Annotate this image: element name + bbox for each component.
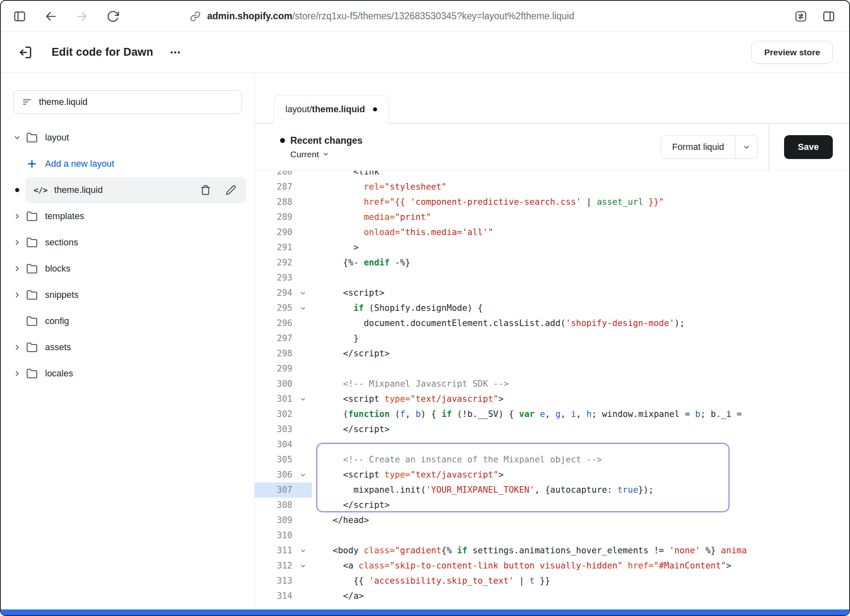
line-number: 291 <box>255 240 294 255</box>
format-liquid-button[interactable]: Format liquid <box>661 135 758 159</box>
code-line-286[interactable]: 286 <link <box>255 170 849 179</box>
format-liquid-label: Format liquid <box>661 142 735 152</box>
fold-chevron-icon[interactable] <box>294 467 312 482</box>
browser-window: admin.shopify.com/store/rzq1xu-f5/themes… <box>0 0 850 616</box>
chevron-right-icon[interactable] <box>9 238 25 247</box>
fold-chevron-icon[interactable] <box>294 301 312 316</box>
file-search-input[interactable] <box>39 97 233 107</box>
line-number: 296 <box>255 316 294 331</box>
line-number: 314 <box>255 589 294 604</box>
code-line-291[interactable]: 291 > <box>255 240 849 255</box>
chevron-right-icon[interactable] <box>9 343 25 351</box>
code-line-304[interactable]: 304 <box>255 437 849 452</box>
code-line-293[interactable]: 293 <box>255 270 849 285</box>
line-number: 301 <box>255 392 294 407</box>
line-number: 306 <box>255 467 294 482</box>
code-lines: 286 <link287 rel="stylesheet"288 href="{… <box>255 170 849 604</box>
sidebar-item-blocks[interactable]: blocks <box>9 256 246 282</box>
chevron-right-icon[interactable] <box>9 369 25 378</box>
code-line-287[interactable]: 287 rel="stylesheet" <box>255 179 849 195</box>
action-label: Add a new layout <box>45 159 114 169</box>
code-line-307[interactable]: 307 mixpanel.init('YOUR_MIXPANEL_TOKEN',… <box>255 482 849 498</box>
line-number: 299 <box>255 361 294 376</box>
code-line-301[interactable]: 301 <script type="text/javascript"> <box>255 392 849 407</box>
line-number: 302 <box>255 407 294 422</box>
code-line-299[interactable]: 299 <box>255 361 849 376</box>
code-line-310[interactable]: 310 <box>255 528 849 543</box>
sidebar-item-theme-liquid[interactable]: </>theme.liquid <box>9 177 246 203</box>
folder-icon <box>25 289 38 301</box>
delete-icon[interactable] <box>199 185 212 195</box>
preview-store-button[interactable]: Preview store <box>751 41 833 64</box>
sidebar-item-add-new-layout[interactable]: Add a new layout <box>9 151 246 177</box>
chevron-down-icon[interactable] <box>735 143 757 151</box>
code-line-311[interactable]: 311 <body class="gradient{% if settings.… <box>255 543 849 558</box>
tab-theme-liquid[interactable]: layout/theme.liquid <box>274 95 389 124</box>
edit-icon[interactable] <box>224 185 238 195</box>
code-line-290[interactable]: 290 onload="this.media='all'" <box>255 225 849 240</box>
sidebar-toggle-icon[interactable] <box>11 8 28 25</box>
chevron-down-icon[interactable] <box>9 134 25 142</box>
line-number: 310 <box>255 528 294 543</box>
fold-chevron-icon[interactable] <box>294 543 312 558</box>
fold-chevron-icon[interactable] <box>294 558 312 573</box>
code-line-313[interactable]: 313 {{ 'accessibility.skip_to_text' | t … <box>255 573 849 589</box>
split-view-icon[interactable] <box>821 8 837 25</box>
line-number: 305 <box>255 452 294 467</box>
extensions-icon[interactable] <box>793 8 809 25</box>
code-line-288[interactable]: 288 href="{{ 'component-predictive-searc… <box>255 195 849 210</box>
code-line-303[interactable]: 303 </script> <box>255 422 849 437</box>
tab-path: layout/ <box>285 104 312 115</box>
sidebar-item-assets[interactable]: assets <box>9 334 246 360</box>
code-line-289[interactable]: 289 media="print" <box>255 210 849 225</box>
sidebar-item-templates[interactable]: templates <box>9 203 246 229</box>
folder-icon <box>25 315 38 327</box>
header-divider <box>769 124 769 170</box>
fold-chevron-icon[interactable] <box>294 392 312 407</box>
folder-label: sections <box>45 237 78 248</box>
sidebar-item-sections[interactable]: sections <box>9 229 246 256</box>
folder-label: blocks <box>45 263 70 274</box>
code-line-305[interactable]: 305 <!-- Create an instance of the Mixpa… <box>255 452 849 467</box>
code-line-309[interactable]: 309 </head> <box>255 513 849 528</box>
code-line-300[interactable]: 300 <!-- Mixpanel Javascript SDK --> <box>255 376 849 392</box>
chevron-down-icon <box>322 151 329 158</box>
chevron-right-icon[interactable] <box>9 265 25 273</box>
code-line-292[interactable]: 292 {%- endif -%} <box>255 255 849 270</box>
exit-icon[interactable] <box>17 44 34 61</box>
line-number: 292 <box>255 255 294 270</box>
back-icon[interactable] <box>43 8 59 25</box>
code-line-298[interactable]: 298 </script> <box>255 346 849 361</box>
forward-icon[interactable] <box>74 8 90 25</box>
chevron-right-icon[interactable] <box>9 291 25 299</box>
code-line-302[interactable]: 302 (function (f, b) { if (!b.__SV) { va… <box>255 407 849 422</box>
overflow-menu-icon[interactable] <box>167 44 183 61</box>
reload-icon[interactable] <box>105 8 121 25</box>
code-line-297[interactable]: 297 } <box>255 331 849 346</box>
sidebar-item-snippets[interactable]: snippets <box>9 282 246 308</box>
version-dropdown[interactable]: Current <box>280 149 329 159</box>
code-line-295[interactable]: 295 if (Shopify.designMode) { <box>255 301 849 316</box>
file-search[interactable] <box>13 90 242 114</box>
code-line-306[interactable]: 306 <script type="text/javascript"> <box>255 467 849 482</box>
address-bar[interactable]: admin.shopify.com/store/rzq1xu-f5/themes… <box>190 11 793 22</box>
line-number: 307 <box>255 482 294 498</box>
save-button[interactable]: Save <box>784 135 833 159</box>
code-line-314[interactable]: 314 </a> <box>255 589 849 604</box>
browser-actions-group <box>793 8 837 25</box>
editor-actions: Format liquid Save <box>661 124 849 170</box>
chevron-right-icon[interactable] <box>9 212 25 220</box>
line-number: 297 <box>255 331 294 346</box>
code-line-308[interactable]: 308 </script> <box>255 498 849 513</box>
url-text: admin.shopify.com/store/rzq1xu-f5/themes… <box>207 11 574 22</box>
line-number: 298 <box>255 346 294 361</box>
selected-file-row[interactable]: </>theme.liquid <box>25 177 246 203</box>
code-line-312[interactable]: 312 <a class="skip-to-content-link butto… <box>255 558 849 573</box>
sidebar-item-layout[interactable]: layout <box>9 125 246 151</box>
fold-chevron-icon[interactable] <box>294 285 312 301</box>
sidebar-item-config[interactable]: config <box>9 308 246 334</box>
sidebar-item-locales[interactable]: locales <box>9 360 246 387</box>
code-line-296[interactable]: 296 document.documentElement.classList.a… <box>255 316 849 331</box>
line-number: 308 <box>255 498 294 513</box>
code-line-294[interactable]: 294 <script> <box>255 285 849 301</box>
